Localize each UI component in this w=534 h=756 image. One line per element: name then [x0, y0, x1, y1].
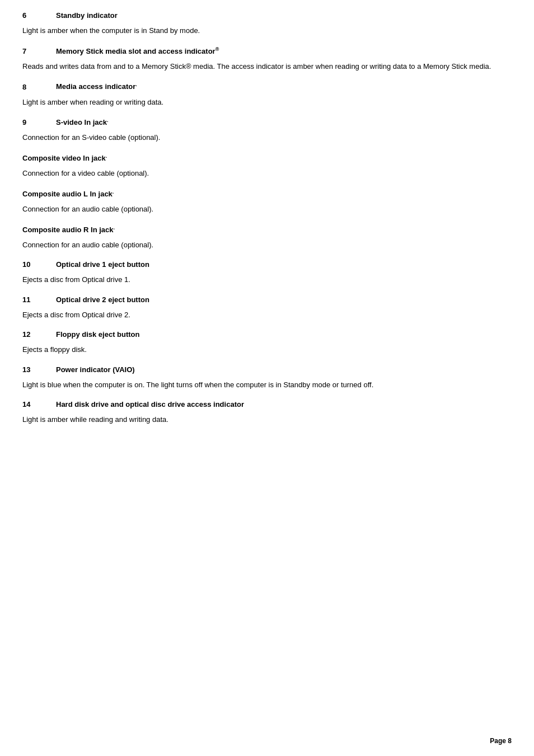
section-body-8: Ejects a disc from Optical drive 2. [22, 309, 512, 321]
section-body-4: Connection for a video cable (optional). [22, 168, 512, 179]
section-number-3: 9 [22, 118, 56, 126]
section-header-1: 7Memory Stick media slot and access indi… [22, 46, 512, 55]
page-footer: Page 8 [490, 737, 512, 745]
section-title-7: Optical drive 1 eject button [56, 260, 149, 269]
section-body-1: Reads and writes data from and to a Memo… [22, 61, 512, 72]
section-1: 7Memory Stick media slot and access indi… [22, 46, 512, 72]
section-body-2: Light is amber when reading or writing d… [22, 97, 512, 108]
section-title-2: Media access indicator. [56, 82, 137, 91]
section-9: 12Floppy disk eject buttonEjects a flopp… [22, 330, 512, 355]
section-number-8: 11 [22, 295, 56, 304]
section-header-10: 13Power indicator (VAIO) [22, 365, 512, 374]
section-header-8: 11Optical drive 2 eject button [22, 295, 512, 304]
section-number-0: 6 [22, 11, 56, 20]
section-header-9: 12Floppy disk eject button [22, 330, 512, 339]
section-title-4: Composite video In jack. [22, 153, 512, 162]
section-title-0: Standby indicator [56, 11, 118, 20]
section-number-2: 8 [22, 83, 56, 91]
section-body-3: Connection for an S-video cable (optiona… [22, 132, 512, 143]
section-5: Composite audio L In jack.Connection for… [22, 189, 512, 215]
section-number-10: 13 [22, 365, 56, 374]
section-title-11: Hard disk drive and optical disc drive a… [56, 400, 244, 408]
section-body-5: Connection for an audio cable (optional)… [22, 204, 512, 215]
section-number-7: 10 [22, 260, 56, 269]
section-body-10: Light is blue when the computer is on. T… [22, 379, 512, 391]
section-7: 10Optical drive 1 eject buttonEjects a d… [22, 260, 512, 285]
page-number: Page 8 [490, 737, 512, 745]
section-header-11: 14Hard disk drive and optical disc drive… [22, 400, 512, 408]
section-3: 9S-video In jack.Connection for an S-vid… [22, 118, 512, 143]
section-0: 6Standby indicatorLight is amber when th… [22, 11, 512, 36]
section-header-2: 8Media access indicator. [22, 82, 512, 91]
section-body-0: Light is amber when the computer is in S… [22, 25, 512, 36]
section-title-1: Memory Stick media slot and access indic… [56, 46, 219, 55]
section-body-7: Ejects a disc from Optical drive 1. [22, 274, 512, 285]
section-number-11: 14 [22, 400, 56, 408]
section-title-5: Composite audio L In jack. [22, 189, 512, 198]
section-header-0: 6Standby indicator [22, 11, 512, 20]
section-4: Composite video In jack.Connection for a… [22, 153, 512, 179]
section-title-6: Composite audio R In jack. [22, 225, 512, 234]
section-body-6: Connection for an audio cable (optional)… [22, 240, 512, 251]
section-2: 8Media access indicator.Light is amber w… [22, 82, 512, 107]
section-title-9: Floppy disk eject button [56, 330, 140, 339]
section-number-9: 12 [22, 330, 56, 339]
section-title-10: Power indicator (VAIO) [56, 365, 135, 374]
section-number-1: 7 [22, 47, 56, 55]
section-body-9: Ejects a floppy disk. [22, 344, 512, 355]
section-title-8: Optical drive 2 eject button [56, 295, 149, 304]
section-6: Composite audio R In jack.Connection for… [22, 225, 512, 251]
section-header-7: 10Optical drive 1 eject button [22, 260, 512, 269]
section-body-11: Light is amber while reading and writing… [22, 414, 512, 425]
section-11: 14Hard disk drive and optical disc drive… [22, 400, 512, 425]
section-8: 11Optical drive 2 eject buttonEjects a d… [22, 295, 512, 321]
section-title-3: S-video In jack. [56, 118, 109, 126]
section-header-3: 9S-video In jack. [22, 118, 512, 126]
section-10: 13Power indicator (VAIO)Light is blue wh… [22, 365, 512, 391]
